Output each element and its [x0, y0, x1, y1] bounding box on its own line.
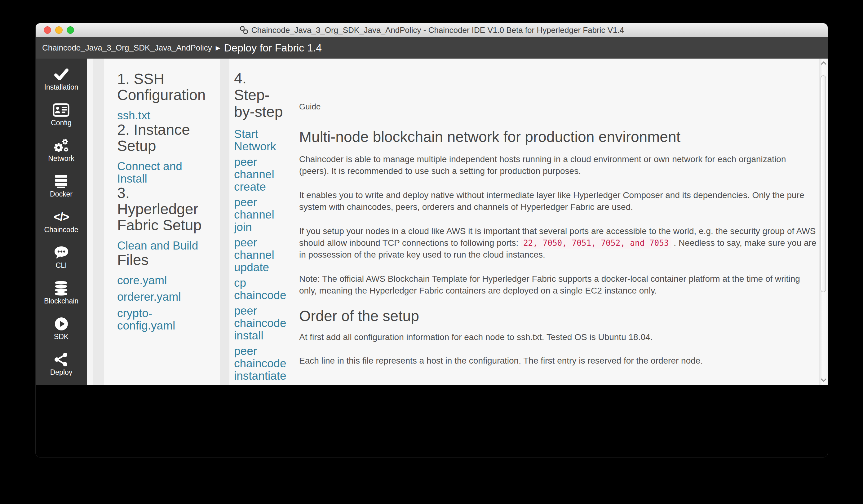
guide-paragraph-ports: If you setup your nodes in a cloud like …: [299, 225, 817, 261]
link-clean-and-build[interactable]: Clean and Build: [117, 240, 207, 252]
link-peer-channel-join[interactable]: peer channel join: [234, 196, 291, 234]
code-icon: </>: [54, 209, 69, 225]
scroll-up-arrow-icon[interactable]: [821, 61, 827, 65]
sidebar-item-docker[interactable]: Docker: [50, 174, 73, 198]
guide-clipped-heading: Example: [299, 382, 817, 385]
play-icon: [54, 316, 69, 332]
sidebar-item-label: Network: [48, 155, 74, 162]
content-area: Installation Config: [36, 59, 828, 385]
window-title: Chaincode_Java_3_Org_SDK_Java_AndPolicy …: [251, 25, 624, 35]
chat-bubble-icon: [54, 245, 69, 260]
link-peer-channel-create[interactable]: peer channel create: [234, 156, 291, 193]
ports-code: 22, 7050, 7051, 7052, and 7053: [521, 237, 672, 249]
guide-paragraph: Each line in this file represents a host…: [299, 355, 817, 367]
guide-paragraph: At first add all configuration informati…: [299, 331, 817, 343]
chain-link-icon: [239, 25, 249, 35]
vertical-scrollbar[interactable]: [819, 59, 828, 385]
guide-title: Multi-node blockchain network for produc…: [299, 129, 817, 146]
section-heading-ssh: 1. SSH Configuration: [117, 71, 207, 103]
link-ssh-txt[interactable]: ssh.txt: [117, 110, 207, 122]
database-icon: [54, 280, 68, 296]
sidebar-item-label: CLI: [56, 262, 67, 269]
link-peer-chaincode-install[interactable]: peer chaincode install: [234, 305, 291, 342]
sidebar-item-label: Chaincode: [44, 226, 78, 234]
traffic-lights: [44, 26, 74, 34]
close-window-button[interactable]: [44, 26, 51, 34]
minimize-window-button[interactable]: [55, 26, 63, 34]
section-heading-step-by-step: 4. Step-by-step: [234, 70, 284, 120]
panel-gutter-left: [93, 59, 104, 385]
section-heading-files: Files: [117, 252, 207, 268]
guide-panel: 4. Step-by-step Start Network peer chann…: [229, 59, 819, 385]
sidebar-item-label: Installation: [44, 84, 78, 91]
sidebar-item-label: Docker: [50, 191, 73, 198]
sidebar-item-installation[interactable]: Installation: [44, 67, 78, 91]
check-icon: [54, 67, 69, 82]
sidebar-item-label: Config: [51, 119, 71, 126]
sidebar-gutter: [87, 59, 93, 385]
guide-paragraph: Note: The official AWS Blockchain Templa…: [299, 273, 817, 297]
id-card-icon: [53, 102, 70, 118]
sidebar-item-chaincode[interactable]: </> Chaincode: [44, 209, 78, 234]
link-peer-chaincode-instantiate[interactable]: peer chaincode instantiate: [234, 345, 291, 382]
guide-content: Guide Multi-node blockchain network for …: [299, 70, 817, 385]
link-connect-and-install[interactable]: Connect and Install: [117, 160, 207, 185]
app-window: Chaincode_Java_3_Org_SDK_Java_AndPolicy …: [36, 23, 828, 457]
sidebar-item-network[interactable]: Network: [48, 138, 74, 162]
guide-paragraph: It enables you to write and deploy nativ…: [299, 189, 817, 213]
section-heading-fabric-setup: 3. Hyperledger Fabric Setup: [117, 185, 207, 234]
desktop: Chaincode_Java_3_Org_SDK_Java_AndPolicy …: [0, 0, 863, 504]
setup-panel: 1. SSH Configuration ssh.txt 2. Instance…: [104, 59, 220, 385]
sidebar-item-deploy[interactable]: Deploy: [50, 352, 73, 376]
sidebar-item-sdk[interactable]: SDK: [54, 316, 69, 340]
panel-gutter-mid: [220, 59, 229, 385]
share-icon: [54, 352, 68, 367]
window-title-wrap: Chaincode_Java_3_Org_SDK_Java_AndPolicy …: [239, 25, 624, 35]
link-peer-channel-update[interactable]: peer channel update: [234, 237, 291, 274]
menu-bars-icon: [54, 174, 68, 189]
link-orderer-yaml[interactable]: orderer.yaml: [117, 291, 207, 303]
link-cp-chaincode[interactable]: cp chaincode: [234, 277, 291, 302]
sidebar-item-blockchain[interactable]: Blockchain: [44, 280, 78, 305]
gears-icon: [53, 138, 69, 153]
guide-kicker: Guide: [299, 102, 817, 111]
sidebar-nav: Installation Config: [36, 59, 87, 385]
link-core-yaml[interactable]: core.yaml: [117, 274, 207, 287]
breadcrumb-project[interactable]: Chaincode_Java_3_Org_SDK_Java_AndPolicy: [42, 43, 212, 53]
steps-nav: 4. Step-by-step Start Network peer chann…: [234, 70, 291, 385]
scrollbar-thumb[interactable]: [821, 75, 826, 292]
sidebar-item-config[interactable]: Config: [51, 102, 71, 126]
guide-paragraph: Chaincoder is able to manage multiple in…: [299, 153, 817, 177]
link-start-network[interactable]: Start Network: [234, 128, 291, 153]
sidebar-item-cli[interactable]: CLI: [54, 245, 69, 269]
section-heading-instance: 2. Instance Setup: [117, 122, 207, 154]
sidebar-item-label: SDK: [54, 333, 68, 340]
breadcrumb-page-title: Deploy for Fabric 1.4: [224, 42, 322, 54]
breadcrumb: Chaincode_Java_3_Org_SDK_Java_AndPolicy …: [36, 37, 828, 59]
guide-section-title: Order of the setup: [299, 308, 817, 325]
sidebar-item-label: Deploy: [50, 369, 73, 376]
link-crypto-config-yaml[interactable]: crypto-config.yaml: [117, 307, 207, 332]
scroll-down-arrow-icon[interactable]: [821, 378, 827, 382]
window-titlebar: Chaincode_Java_3_Org_SDK_Java_AndPolicy …: [36, 23, 828, 37]
zoom-window-button[interactable]: [67, 26, 74, 34]
sidebar-item-label: Blockchain: [44, 298, 78, 305]
breadcrumb-arrow-icon: ▶: [216, 44, 221, 51]
